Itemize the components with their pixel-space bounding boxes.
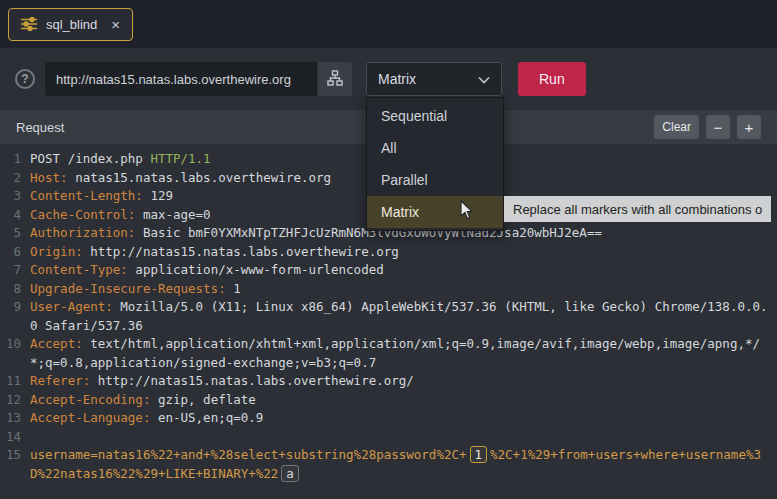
code-segment: Referer:	[30, 373, 90, 388]
code-line: 6Origin: http://natas15.natas.labs.overt…	[0, 243, 777, 262]
line-number: 1	[0, 150, 30, 169]
code-segment: Host:	[30, 170, 68, 185]
code-text[interactable]: username=natas16%22+and+%28select+substr…	[30, 446, 777, 483]
tab-close-icon[interactable]: ×	[111, 17, 120, 32]
decrease-font-button[interactable]: −	[706, 115, 730, 139]
url-group	[45, 62, 352, 96]
line-number: 2	[0, 169, 30, 188]
sitemap-icon	[327, 70, 343, 89]
code-segment: Mozilla/5.0 (X11; Linux x86_64) AppleWeb…	[30, 299, 768, 333]
code-segment: Content-Length:	[30, 188, 143, 203]
line-number: 12	[0, 391, 30, 410]
mode-select-value: Matrix	[378, 71, 416, 87]
line-number: 11	[0, 372, 30, 391]
code-segment: gzip, deflate	[150, 392, 255, 407]
code-segment: Origin:	[30, 244, 83, 259]
code-text[interactable]: Accept: text/html,application/xhtml+xml,…	[30, 335, 777, 372]
code-segment: Authorization:	[30, 225, 135, 240]
code-segment: natas15.natas.labs.overthewire.org	[68, 170, 331, 185]
line-number: 6	[0, 243, 30, 262]
mode-select[interactable]: Matrix	[366, 62, 502, 96]
code-line: 8Upgrade-Insecure-Requests: 1	[0, 280, 777, 299]
increase-font-button[interactable]: +	[737, 115, 761, 139]
code-text[interactable]: Accept-Language: en-US,en;q=0.9	[30, 409, 777, 428]
code-segment: http://natas15.natas.labs.overthewire.or…	[90, 373, 414, 388]
sliders-icon	[21, 17, 37, 31]
dropdown-item-matrix[interactable]: Matrix	[367, 196, 503, 228]
code-line: 12Accept-Encoding: gzip, deflate	[0, 391, 777, 410]
code-segment: max-age=0	[135, 207, 210, 222]
line-number: 5	[0, 224, 30, 243]
line-number: 7	[0, 261, 30, 280]
code-segment: Cache-Control:	[30, 207, 135, 222]
payload-marker[interactable]: a	[281, 465, 299, 482]
line-number: 13	[0, 409, 30, 428]
code-line: 13Accept-Language: en-US,en;q=0.9	[0, 409, 777, 428]
line-number: 4	[0, 206, 30, 225]
mode-dropdown: SequentialAllParallelMatrix	[366, 97, 504, 231]
code-line: 9User-Agent: Mozilla/5.0 (X11; Linux x86…	[0, 298, 777, 335]
tooltip: Replace all markers with all combination…	[504, 196, 771, 222]
tab-sql-blind[interactable]: sql_blind ×	[8, 8, 133, 41]
code-text[interactable]: Accept-Encoding: gzip, deflate	[30, 391, 777, 410]
tab-bar: sql_blind ×	[0, 0, 777, 48]
code-segment: Accept:	[30, 336, 83, 351]
code-segment: Accept-Encoding:	[30, 392, 150, 407]
line-number: 8	[0, 280, 30, 299]
code-segment: HTTP/1.1	[150, 151, 210, 166]
line-number: 14	[0, 428, 30, 447]
code-line: 15username=natas16%22+and+%28select+subs…	[0, 446, 777, 483]
code-segment: Upgrade-Insecure-Requests:	[30, 281, 226, 296]
code-text[interactable]: Referer: http://natas15.natas.labs.overt…	[30, 372, 777, 391]
clear-button[interactable]: Clear	[654, 115, 699, 139]
code-text[interactable]: Upgrade-Insecure-Requests: 1	[30, 280, 777, 299]
line-number: 10	[0, 335, 30, 372]
help-icon[interactable]: ?	[15, 69, 35, 89]
code-segment: Content-Type:	[30, 262, 128, 277]
url-input[interactable]	[45, 62, 317, 96]
code-segment: application/x-www-form-urlencoded	[128, 262, 384, 277]
run-button[interactable]: Run	[518, 62, 586, 96]
code-line: 10Accept: text/html,application/xhtml+xm…	[0, 335, 777, 372]
panel-actions: Clear − +	[654, 115, 761, 139]
line-number: 15	[0, 446, 30, 483]
code-segment: username=natas16%22+and+%28select+substr…	[30, 447, 467, 462]
code-text[interactable]: Origin: http://natas15.natas.labs.overth…	[30, 243, 777, 262]
code-segment: POST /index.php	[30, 151, 150, 166]
code-text[interactable]	[30, 428, 777, 447]
code-text[interactable]: User-Agent: Mozilla/5.0 (X11; Linux x86_…	[30, 298, 777, 335]
code-line: 14	[0, 428, 777, 447]
code-segment: http://natas15.natas.labs.overthewire.or…	[83, 244, 399, 259]
code-segment: text/html,application/xhtml+xml,applicat…	[30, 336, 760, 370]
code-line: 7Content-Type: application/x-www-form-ur…	[0, 261, 777, 280]
line-number: 9	[0, 298, 30, 335]
payload-marker[interactable]: 1	[470, 446, 488, 463]
dropdown-item-all[interactable]: All	[367, 132, 503, 164]
code-segment: 1	[226, 281, 241, 296]
code-segment: User-Agent:	[30, 299, 113, 314]
dropdown-item-sequential[interactable]: Sequential	[367, 100, 503, 132]
line-number: 3	[0, 187, 30, 206]
code-segment: Accept-Language:	[30, 410, 150, 425]
tab-label: sql_blind	[46, 17, 97, 32]
dropdown-item-parallel[interactable]: Parallel	[367, 164, 503, 196]
code-line: 11Referer: http://natas15.natas.labs.ove…	[0, 372, 777, 391]
code-segment: 129	[143, 188, 173, 203]
panel-title: Request	[16, 120, 64, 135]
code-text[interactable]: Content-Type: application/x-www-form-url…	[30, 261, 777, 280]
code-segment: en-US,en;q=0.9	[150, 410, 263, 425]
app: sql_blind × ? Matrix	[0, 0, 777, 499]
connection-settings-button[interactable]	[318, 62, 352, 96]
chevron-down-icon	[478, 71, 490, 87]
